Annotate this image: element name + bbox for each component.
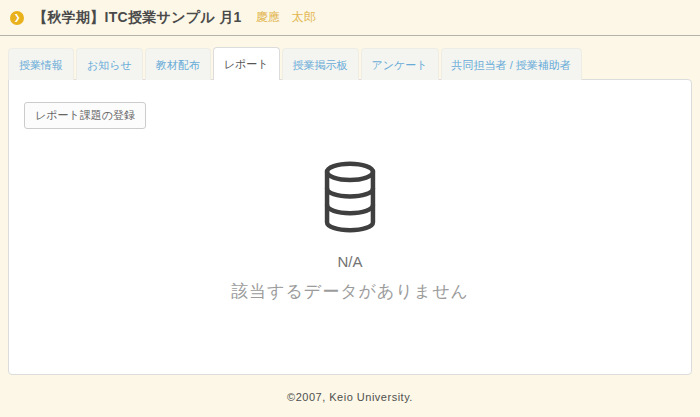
report-panel: レポート課題の登録 N/A 該当するデータがありません — [8, 79, 692, 375]
tab-materials[interactable]: 教材配布 — [145, 48, 211, 80]
tab-survey[interactable]: アンケート — [361, 48, 439, 80]
tab-announcements[interactable]: お知らせ — [76, 48, 143, 80]
course-title: 【秋学期】ITC授業サンプル 月1 — [33, 9, 242, 27]
database-icon — [321, 219, 379, 236]
empty-state: N/A 該当するデータがありません — [24, 161, 676, 303]
user-name-link[interactable]: 慶應 太郎 — [256, 9, 316, 26]
empty-state-message: 該当するデータがありません — [24, 280, 676, 303]
tab-course-info[interactable]: 授業情報 — [8, 48, 74, 80]
chevron-right-circle-icon: ❯ — [10, 11, 24, 25]
register-report-assignment-button[interactable]: レポート課題の登録 — [24, 102, 146, 129]
tab-bar: 授業情報 お知らせ 教材配布 レポート 授業掲示板 アンケート 共同担当者 / … — [8, 47, 584, 80]
tab-report[interactable]: レポート — [213, 47, 280, 80]
copyright-text: ©2007, Keio University. — [0, 391, 700, 403]
tab-co-instructors[interactable]: 共同担当者 / 授業補助者 — [441, 48, 582, 80]
empty-state-title: N/A — [24, 253, 676, 270]
page-header: ❯ 【秋学期】ITC授業サンプル 月1 慶應 太郎 — [0, 0, 700, 36]
report-panel-inner: レポート課題の登録 N/A 該当するデータがありません — [9, 80, 691, 303]
tab-bbs[interactable]: 授業掲示板 — [282, 48, 359, 80]
